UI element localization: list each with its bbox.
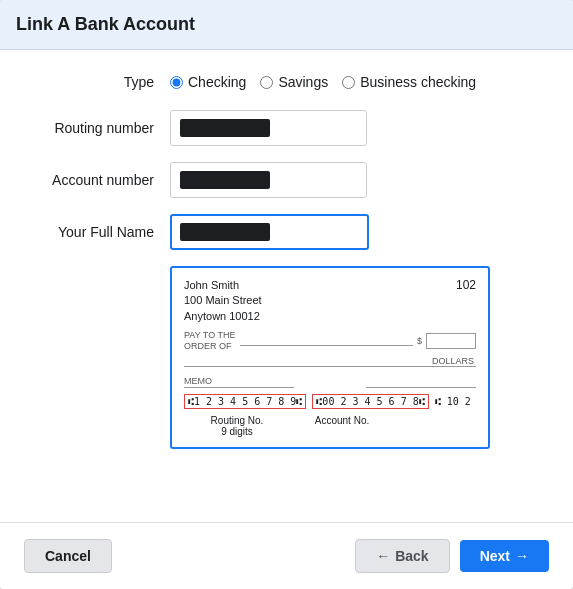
footer-right: ← Back Next →	[355, 539, 549, 573]
cancel-button[interactable]: Cancel	[24, 539, 112, 573]
dollars-label: DOLLARS	[432, 356, 474, 366]
dollar-box	[426, 333, 476, 349]
check-memo-sig: MEMO	[184, 371, 476, 388]
type-label: Type	[30, 74, 170, 90]
payto-label: PAY TO THE ORDER OF	[184, 330, 236, 352]
fullname-row: Your Full Name	[30, 214, 543, 250]
routing-legend-line1: Routing No.	[192, 415, 282, 426]
check-micr-line: ⑆1 2 3 4 5 6 7 8 9⑆ ⑆00 2 3 4 5 6 7 8⑆ ⑆…	[184, 394, 476, 409]
radio-business-input[interactable]	[342, 76, 355, 89]
account-row: Account number	[30, 162, 543, 198]
radio-savings[interactable]: Savings	[260, 74, 328, 90]
check-diagram: John Smith 100 Main Street Anytown 10012…	[170, 266, 490, 449]
account-input[interactable]	[170, 162, 367, 198]
radio-savings-label: Savings	[278, 74, 328, 90]
fullname-label: Your Full Name	[30, 224, 170, 240]
check-labels: Routing No. 9 digits Account No.	[184, 415, 476, 437]
memo-area: MEMO	[184, 371, 294, 388]
modal-title: Link A Bank Account	[16, 14, 557, 35]
back-button[interactable]: ← Back	[355, 539, 449, 573]
dollars-line: DOLLARS	[184, 356, 476, 367]
memo-line	[184, 387, 294, 388]
routing-label: Routing number	[30, 120, 170, 136]
next-label: Next	[480, 548, 510, 564]
radio-checking-label: Checking	[188, 74, 246, 90]
radio-business-label: Business checking	[360, 74, 476, 90]
micr-check-end: ⑆ 10 2	[435, 396, 471, 407]
type-row: Type Checking Savings Business checking	[30, 74, 543, 90]
radio-checking-input[interactable]	[170, 76, 183, 89]
modal-container: Link A Bank Account Type Checking Saving…	[0, 0, 573, 589]
modal-footer: Cancel ← Back Next →	[0, 522, 573, 589]
signature-line	[366, 376, 476, 388]
routing-legend-line2: 9 digits	[192, 426, 282, 437]
fullname-input[interactable]	[170, 214, 369, 250]
back-arrow-icon: ←	[376, 548, 390, 564]
next-arrow-icon: →	[515, 548, 529, 564]
check-payto-row: PAY TO THE ORDER OF $	[184, 330, 476, 352]
radio-savings-input[interactable]	[260, 76, 273, 89]
routing-input[interactable]	[170, 110, 367, 146]
routing-legend: Routing No. 9 digits	[192, 415, 282, 437]
payto-line	[240, 336, 413, 346]
radio-business[interactable]: Business checking	[342, 74, 476, 90]
micr-account: ⑆00 2 3 4 5 6 7 8⑆	[312, 394, 428, 409]
check-address2: Anytown 10012	[184, 309, 262, 324]
memo-label: MEMO	[184, 376, 212, 386]
check-name: John Smith	[184, 278, 262, 293]
back-label: Back	[395, 548, 428, 564]
next-button[interactable]: Next →	[460, 540, 549, 572]
check-name-address: John Smith 100 Main Street Anytown 10012	[184, 278, 262, 324]
radio-checking[interactable]: Checking	[170, 74, 246, 90]
micr-routing: ⑆1 2 3 4 5 6 7 8 9⑆	[184, 394, 306, 409]
account-label: Account number	[30, 172, 170, 188]
account-type-group: Checking Savings Business checking	[170, 74, 476, 90]
check-address1: 100 Main Street	[184, 293, 262, 308]
account-legend: Account No.	[302, 415, 382, 437]
check-number: 102	[456, 278, 476, 324]
dollar-sign: $	[417, 336, 422, 346]
routing-row: Routing number	[30, 110, 543, 146]
check-header: John Smith 100 Main Street Anytown 10012…	[184, 278, 476, 324]
modal-header: Link A Bank Account	[0, 0, 573, 50]
modal-body: Type Checking Savings Business checking …	[0, 50, 573, 522]
